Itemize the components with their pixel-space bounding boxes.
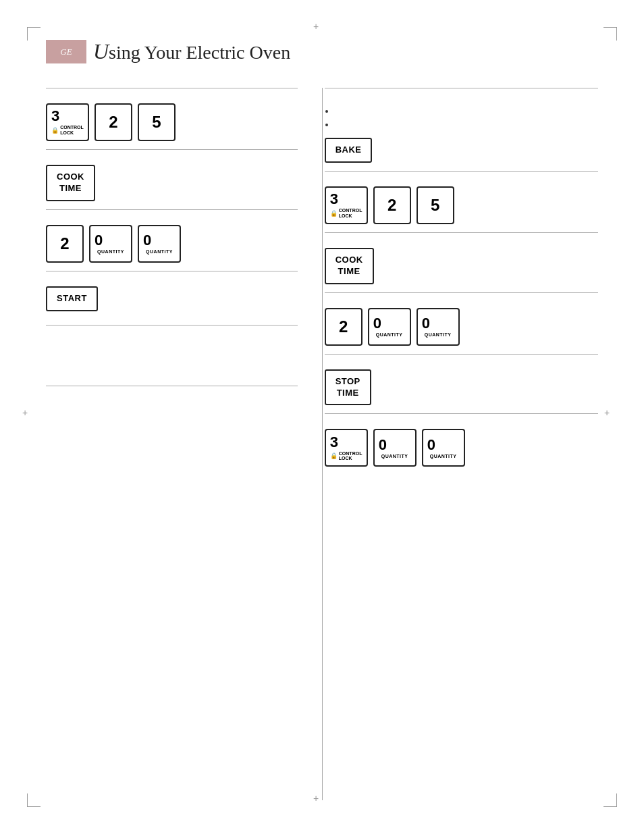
lock-icon-3: 🔒 [330,452,338,459]
page-title: Using Your Electric Oven [93,39,290,64]
right-key-group-5: STOPTIME [325,369,598,406]
crosshair-left [26,412,36,423]
right-key-group-2: 3 🔒 CONTROLLOCK 2 5 [325,186,598,224]
key-0-quantity-left-1: 0 QUANTITY [89,225,132,263]
right-key-group-3: COOKTIME [325,248,598,284]
key-3-control-lock-left: 3 🔒 CONTROLLOCK [46,103,89,141]
cook-time-button-right: COOKTIME [325,248,374,284]
key-0-quantity-left-2: 0 QUANTITY [138,225,181,263]
key-2-right-2: 2 [325,308,363,346]
left-key-group-1: 3 🔒 CONTROLLOCK 2 5 [46,103,298,141]
key-2-left-1: 2 [95,103,132,141]
left-key-group-2: COOKTIME [46,165,298,201]
right-section-4: 2 0 QUANTITY 0 QUANTITY [325,292,598,354]
bullet-list [325,105,598,131]
key-3-control-lock-right: 3 🔒 CONTROLLOCK [325,186,368,224]
corner-mark-tl [27,27,41,41]
key-3-control-lock-right-2: 3 🔒 CONTROLLOCK [325,429,368,467]
left-key-group-4: START [46,286,298,311]
right-key-group-1: BAKE [325,138,598,163]
lock-icon: 🔒 [51,127,59,134]
logo: GE [46,40,86,63]
right-key-group-6: 3 🔒 CONTROLLOCK 0 QUANTITY 0 QUANTITY [325,429,598,467]
column-divider [322,88,323,800]
key-5-left: 5 [138,103,176,141]
start-button: START [46,286,98,311]
key-5-right: 5 [417,186,454,224]
key-0-quantity-right-1: 0 QUANTITY [368,308,411,346]
page-header: GE Using Your Electric Oven [46,39,290,64]
crosshair-right [608,412,618,423]
stop-time-button: STOPTIME [325,369,371,406]
left-section-4: START [46,271,298,325]
corner-mark-tr [603,27,617,41]
left-section-6 [46,386,298,446]
key-2-left-2: 2 [46,225,84,263]
left-key-group-3: 2 0 QUANTITY 0 QUANTITY [46,225,298,263]
cook-time-button-left: COOKTIME [46,165,95,201]
key-2-right-1: 2 [373,186,411,224]
right-section-5: STOPTIME [325,354,598,414]
left-section-3: 2 0 QUANTITY 0 QUANTITY [46,209,298,271]
left-section-5 [46,325,298,386]
left-section-2: COOKTIME [46,149,298,209]
bake-button: BAKE [325,138,373,163]
key-0-quantity-right-2: 0 QUANTITY [417,308,460,346]
corner-mark-bl [27,793,41,807]
right-section-2: 3 🔒 CONTROLLOCK 2 5 [325,171,598,232]
bullet-item-1 [336,105,598,118]
right-section-1: BAKE [325,88,598,171]
right-key-group-4: 2 0 QUANTITY 0 QUANTITY [325,308,598,346]
key-0-quantity-right-4: 0 QUANTITY [422,429,465,467]
right-section-3: COOKTIME [325,232,598,292]
right-column: BAKE 3 🔒 CONTROLLOCK 2 [311,88,598,793]
key-0-quantity-right-3: 0 QUANTITY [373,429,417,467]
lock-icon-2: 🔒 [330,210,338,217]
corner-mark-br [603,793,617,807]
left-column: 3 🔒 CONTROLLOCK 2 5 [46,88,311,793]
crosshair-top [317,26,327,36]
right-section-6: 3 🔒 CONTROLLOCK 0 QUANTITY 0 QUANTITY [325,413,598,475]
left-section-1: 3 🔒 CONTROLLOCK 2 5 [46,88,298,149]
bullet-item-2 [336,118,598,132]
